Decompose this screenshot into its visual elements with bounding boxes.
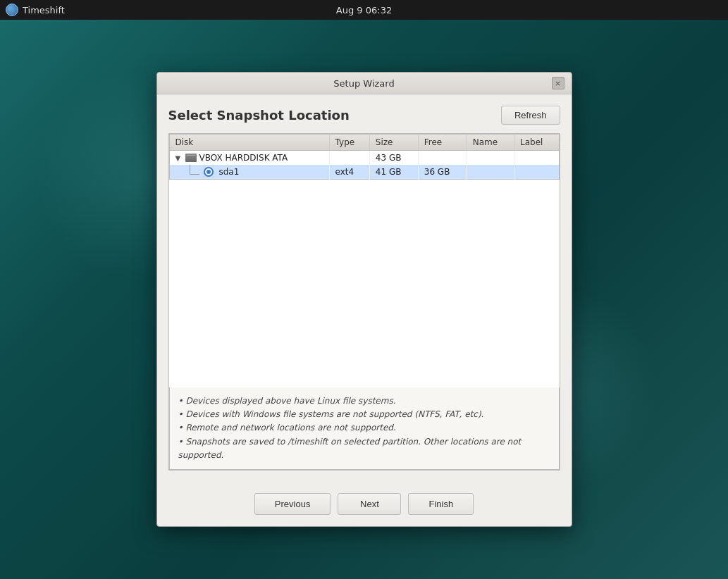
setup-wizard-dialog: Setup Wizard × Select Snapshot Location … [156, 72, 572, 527]
taskbar-datetime: Aug 9 06:32 [336, 5, 392, 15]
disk-table-area[interactable]: Disk Type Size Free Name Label [169, 134, 560, 387]
col-type: Type [329, 135, 369, 151]
previous-button[interactable]: Previous [254, 493, 331, 515]
table-row[interactable]: sda1 ext4 41 GB 36 GB [169, 165, 559, 180]
notes-area: • Devices displayed above have Linux fil… [169, 387, 560, 470]
partition-label [514, 165, 559, 180]
section-title: Select Snapshot Location [168, 108, 350, 123]
radio-selected-icon [204, 167, 214, 177]
dialog-titlebar: Setup Wizard × [157, 73, 572, 94]
col-label: Label [514, 135, 559, 151]
dialog-title: Setup Wizard [177, 78, 552, 89]
next-button[interactable]: Next [338, 493, 401, 515]
disk-col-name [467, 151, 514, 166]
partition-col-name [467, 165, 514, 180]
note-4: • Snapshots are saved to /timeshift on s… [178, 435, 550, 462]
partition-size: 41 GB [369, 165, 418, 180]
col-disk: Disk [169, 135, 329, 151]
app-name: Timeshift [23, 5, 65, 15]
dialog-container: Setup Wizard × Select Snapshot Location … [0, 20, 728, 579]
harddisk-icon [185, 154, 197, 162]
disk-table: Disk Type Size Free Name Label [169, 134, 560, 180]
disk-name-cell: ▼ VBOX HARDDISK ATA [169, 151, 329, 166]
table-row[interactable]: ▼ VBOX HARDDISK ATA 43 GB [169, 151, 559, 166]
disk-name: VBOX HARDDISK ATA [199, 153, 288, 163]
disk-type [329, 151, 369, 166]
disk-size: 43 GB [369, 151, 418, 166]
finish-button[interactable]: Finish [408, 493, 474, 515]
refresh-button[interactable]: Refresh [501, 106, 560, 125]
note-1: • Devices displayed above have Linux fil… [178, 394, 550, 408]
taskbar-left: Timeshift [6, 4, 65, 16]
tree-line-icon [190, 165, 199, 175]
close-button[interactable]: × [552, 77, 564, 89]
table-header-row: Disk Type Size Free Name Label [169, 135, 559, 151]
disk-table-wrapper: Disk Type Size Free Name Label [168, 133, 560, 471]
app-icon [6, 4, 18, 16]
note-2: • Devices with Windows file systems are … [178, 408, 550, 421]
disk-free [418, 151, 467, 166]
col-name: Name [467, 135, 514, 151]
partition-name: sda1 [219, 167, 240, 177]
partition-free: 36 GB [418, 165, 467, 180]
col-free: Free [418, 135, 467, 151]
section-header: Select Snapshot Location Refresh [168, 106, 560, 125]
note-3: • Remote and network locations are not s… [178, 421, 550, 435]
dialog-footer: Previous Next Finish [157, 482, 572, 526]
disk-label [514, 151, 559, 166]
partition-type: ext4 [329, 165, 369, 180]
dialog-body: Select Snapshot Location Refresh Disk Ty… [157, 94, 572, 482]
partition-name-cell: sda1 [169, 165, 329, 180]
taskbar: Timeshift Aug 9 06:32 [0, 0, 728, 20]
col-size: Size [369, 135, 418, 151]
expand-arrow-icon: ▼ [175, 154, 183, 162]
